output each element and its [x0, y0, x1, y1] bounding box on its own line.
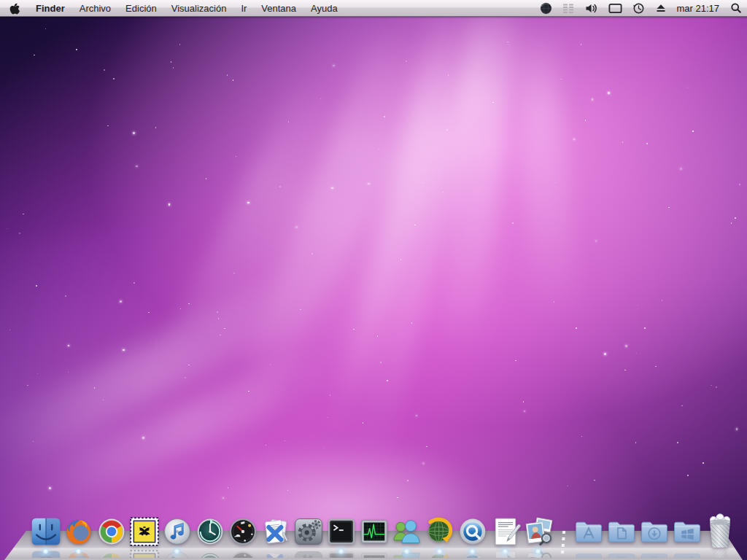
itunes-icon [161, 516, 193, 548]
trash-dock-item[interactable] [703, 515, 736, 560]
jdownloader-dock-item[interactable] [423, 515, 456, 560]
quicktime-reflection [457, 548, 489, 558]
dashboard-reflection [227, 548, 259, 558]
dock [0, 508, 747, 560]
dock-separator-dashes [561, 531, 565, 556]
folder-windows-reflection [671, 548, 703, 558]
bat-mail-stamp-dock-item[interactable] [128, 515, 160, 560]
display-icon[interactable] [603, 0, 627, 16]
globe-status-icon[interactable] [535, 0, 557, 16]
chrome-icon [96, 516, 128, 548]
finder-reflection [30, 548, 62, 558]
trash-full-icon [703, 512, 738, 550]
downloads-folder-icon [638, 516, 670, 548]
msn-messenger-dock-item[interactable] [390, 515, 423, 560]
menu-ir[interactable]: Ir [233, 0, 254, 16]
finder-icon [30, 516, 62, 548]
documents-folder-icon [605, 516, 638, 548]
activity-monitor-dock-item[interactable] [357, 515, 390, 560]
menu-bar: FinderArchivoEdiciónVisualizaciónIrVenta… [0, 0, 747, 17]
finder-dock-item[interactable] [29, 515, 62, 560]
dashboard-icon [227, 516, 259, 548]
quicktime-dock-item[interactable] [456, 515, 489, 560]
jdownloader-reflection [424, 548, 456, 558]
xcode-dock-item[interactable] [259, 515, 292, 560]
running-indicator [404, 549, 409, 554]
chrome-dock-item[interactable] [95, 515, 128, 560]
apple-icon [9, 2, 20, 15]
aurora-beam [321, 0, 498, 482]
textedit-icon [489, 516, 522, 548]
windows-folder-icon [671, 516, 703, 548]
apple-menu[interactable] [0, 0, 28, 16]
activity-monitor-icon [358, 516, 390, 548]
folder-applications-dock-item[interactable] [572, 515, 605, 560]
menu-ventana[interactable]: Ventana [254, 0, 303, 16]
firefox-dock-item[interactable] [62, 515, 95, 560]
meter-grid-icon[interactable] [557, 0, 580, 16]
menu-ayuda[interactable]: Ayuda [303, 0, 345, 16]
dock-items [29, 515, 736, 560]
folder-windows-dock-item[interactable] [670, 515, 703, 560]
aurora-beam [433, 0, 519, 372]
quicktime-icon [457, 516, 489, 548]
textedit-dock-item[interactable] [489, 515, 522, 560]
running-indicator [437, 549, 442, 554]
eject-icon[interactable] [650, 0, 672, 16]
preview-icon [522, 516, 554, 548]
bat-mail-stamp-reflection [128, 548, 160, 558]
terminal-dock-item[interactable] [325, 515, 357, 560]
aurora-beam [215, 20, 479, 482]
jdownloader-icon [424, 516, 456, 548]
terminal-icon [325, 516, 357, 548]
running-indicator [174, 549, 179, 554]
menu-finder[interactable]: Finder [28, 0, 72, 16]
xcode-icon [260, 516, 292, 548]
time-machine-menu-icon[interactable] [627, 0, 650, 16]
folder-documents-dock-item[interactable] [605, 515, 638, 560]
preview-reflection [522, 548, 554, 558]
menu-visualizacion[interactable]: Visualización [164, 0, 234, 16]
applications-folder-icon [573, 516, 605, 548]
volume-icon[interactable] [580, 0, 603, 16]
menu-status-area: mar 21:17 [535, 0, 747, 16]
desktop-wallpaper[interactable] [0, 0, 747, 560]
msn-messenger-reflection [391, 548, 423, 558]
itunes-dock-item[interactable] [160, 515, 193, 560]
dashboard-dock-item[interactable] [226, 515, 259, 560]
aurora-beam [511, 20, 580, 335]
system-preferences-reflection [293, 548, 325, 558]
firefox-reflection [63, 548, 95, 558]
running-indicator [503, 549, 508, 554]
chrome-reflection [96, 548, 128, 558]
mac-desktop: FinderArchivoEdiciónVisualizaciónIrVenta… [0, 0, 747, 560]
itunes-reflection [161, 548, 193, 558]
spotlight-menu[interactable] [725, 0, 747, 16]
running-indicator [43, 549, 48, 554]
activity-monitor-reflection [358, 548, 390, 558]
folder-downloads-reflection [638, 548, 670, 558]
running-indicator [535, 549, 541, 554]
time-machine-icon [194, 516, 226, 548]
terminal-reflection [325, 548, 357, 558]
menu-edicion[interactable]: Edición [118, 0, 164, 16]
dock-separator [554, 515, 572, 560]
system-preferences-icon [293, 516, 325, 548]
menu-archivo[interactable]: Archivo [72, 0, 118, 16]
firefox-icon [63, 516, 95, 548]
running-indicator [76, 549, 81, 554]
xcode-reflection [260, 548, 292, 558]
running-indicator [470, 549, 475, 554]
menu-clock[interactable]: mar 21:17 [672, 3, 725, 14]
aurora-beam [115, 74, 411, 494]
time-machine-dock-item[interactable] [193, 515, 226, 560]
menu-list: FinderArchivoEdiciónVisualizaciónIrVenta… [0, 0, 345, 16]
folder-downloads-dock-item[interactable] [638, 515, 670, 560]
textedit-reflection [489, 548, 522, 558]
folder-documents-reflection [605, 548, 638, 558]
system-preferences-dock-item[interactable] [292, 515, 325, 560]
bat-stamp-icon [128, 516, 160, 548]
preview-dock-item[interactable] [522, 515, 554, 560]
msn-messenger-icon [391, 516, 423, 548]
time-machine-reflection [194, 548, 226, 558]
